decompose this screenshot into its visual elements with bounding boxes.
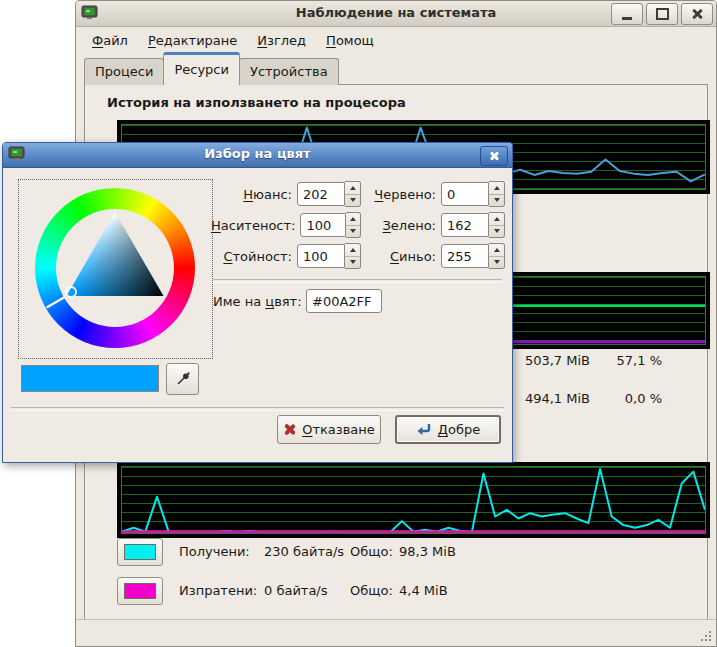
memory-value-row: 503,7 MiB 57,1 %: [502, 353, 682, 371]
rgb-fields: Червено: 0 Зелено: 162 Синьо: 255: [365, 181, 505, 269]
value-spinner[interactable]: [345, 243, 361, 269]
hue-spinner[interactable]: [345, 181, 361, 207]
window-controls: [611, 3, 713, 25]
green-label: Зелено:: [365, 218, 436, 233]
dialog-titlebar[interactable]: Избор на цвят: [3, 143, 512, 168]
red-input[interactable]: 0: [441, 182, 489, 206]
ok-button-label: Добре: [438, 422, 480, 437]
saturation-label: Наситеност:: [211, 218, 295, 233]
received-line: [122, 469, 705, 532]
menu-file[interactable]: Файл: [84, 30, 136, 51]
value-row: Стойност: 100: [211, 243, 361, 269]
spin-up-icon: [350, 186, 356, 190]
red-row: Червено: 0: [365, 181, 505, 207]
green-row: Зелено: 162: [365, 212, 505, 238]
cpu-history-heading: История на използването на процесора: [107, 95, 406, 110]
spin-down-icon: [494, 260, 500, 264]
tab-processes[interactable]: Процеси: [84, 58, 164, 85]
swap-size: 494,1 MiB: [502, 391, 590, 406]
spin-up-icon: [494, 217, 500, 221]
blue-spinner[interactable]: [489, 243, 505, 269]
actions-separator: [11, 407, 504, 411]
minimize-button[interactable]: [611, 3, 643, 25]
green-spinner[interactable]: [489, 212, 505, 238]
tabbar: Процеси Ресурси Устройства: [84, 54, 338, 85]
value-label: Стойност:: [211, 249, 292, 264]
cancel-button[interactable]: Отказване: [277, 415, 381, 444]
color-preview-swatch: [21, 365, 159, 392]
received-total-label: Общо:: [350, 538, 393, 566]
swap-percent: 0,0 %: [602, 391, 662, 406]
color-picker-dialog: Избор на цвят: [2, 142, 513, 463]
saturation-spinner[interactable]: [346, 212, 361, 238]
blue-label: Синьо:: [365, 249, 436, 264]
received-color-button[interactable]: [117, 538, 163, 566]
received-color-swatch: [124, 544, 156, 560]
spin-up-icon: [350, 248, 356, 252]
eyedropper-icon: [175, 371, 191, 387]
spin-up-icon: [494, 186, 500, 190]
saturation-value-triangle[interactable]: [35, 188, 195, 348]
saturation-input[interactable]: 100: [300, 213, 346, 237]
menu-view[interactable]: Изглед: [249, 30, 314, 51]
dialog-title: Избор на цвят: [3, 146, 512, 161]
menu-help[interactable]: Помощ: [318, 30, 382, 51]
eyedropper-button[interactable]: [166, 363, 199, 395]
network-history-chart: [117, 462, 710, 538]
sent-color-button[interactable]: [117, 577, 163, 605]
color-name-row: Име на цвят: #00A2FF: [213, 289, 382, 313]
tab-resources[interactable]: Ресурси: [163, 52, 240, 85]
menubar: Файл Редактиране Изглед Помощ: [76, 27, 716, 53]
resize-grip[interactable]: [699, 629, 713, 643]
received-label: Получени:: [179, 538, 250, 566]
sent-label: Изпратени:: [179, 577, 257, 605]
main-titlebar[interactable]: Наблюдение на системата: [76, 1, 716, 27]
hue-label: Нюанс:: [211, 187, 292, 202]
maximize-icon: [656, 8, 669, 20]
received-total: 98,3 MiB: [399, 538, 456, 566]
blue-input[interactable]: 255: [441, 244, 489, 268]
spin-down-icon: [494, 229, 500, 233]
maximize-button[interactable]: [646, 3, 678, 25]
ok-button[interactable]: Добре: [395, 415, 501, 444]
hue-input[interactable]: 202: [297, 182, 345, 206]
hue-row: Нюанс: 202: [211, 181, 361, 207]
red-label: Червено:: [365, 187, 436, 202]
minimize-icon: [622, 17, 632, 20]
color-name-input[interactable]: #00A2FF: [306, 289, 382, 313]
red-spinner[interactable]: [489, 181, 505, 207]
statusbar: [76, 619, 716, 646]
dialog-close-button[interactable]: [480, 146, 508, 166]
received-rate: 230 байта/s: [264, 538, 344, 566]
ok-enter-icon: [416, 423, 432, 437]
saturation-row: Наситеност: 100: [211, 212, 361, 238]
color-wheel-box: [18, 179, 213, 359]
memory-size: 503,7 MiB: [502, 353, 590, 368]
menu-edit[interactable]: Редактиране: [140, 30, 245, 51]
network-plot-area: [121, 466, 706, 534]
spin-up-icon: [494, 248, 500, 252]
tab-devices[interactable]: Устройства: [239, 58, 339, 85]
cancel-x-icon: [283, 423, 296, 436]
received-legend-row: Получени: 230 байта/s Общо: 98,3 MiB: [117, 538, 537, 566]
close-icon: [691, 8, 703, 20]
value-input[interactable]: 100: [297, 244, 345, 268]
spin-down-icon: [350, 198, 356, 202]
color-name-label: Име на цвят:: [213, 294, 301, 309]
sent-legend-row: Изпратени: 0 байта/s Общо: 4,4 MiB: [117, 577, 537, 605]
swap-value-row: 494,1 MiB 0,0 %: [502, 391, 682, 409]
fields-separator: [213, 279, 502, 283]
close-button[interactable]: [681, 3, 713, 25]
hsv-fields: Нюанс: 202 Наситеност: 100 Стойност: 100: [211, 181, 361, 269]
spin-down-icon: [494, 198, 500, 202]
sent-total: 4,4 MiB: [399, 577, 448, 605]
green-input[interactable]: 162: [441, 213, 489, 237]
cancel-button-label: Отказване: [302, 422, 375, 437]
dialog-close-icon: [489, 151, 499, 161]
blue-row: Синьо: 255: [365, 243, 505, 269]
memory-percent: 57,1 %: [602, 353, 662, 368]
sent-color-swatch: [124, 583, 156, 599]
sent-rate: 0 байта/s: [264, 577, 328, 605]
spin-down-icon: [350, 260, 356, 264]
sent-total-label: Общо:: [350, 577, 393, 605]
